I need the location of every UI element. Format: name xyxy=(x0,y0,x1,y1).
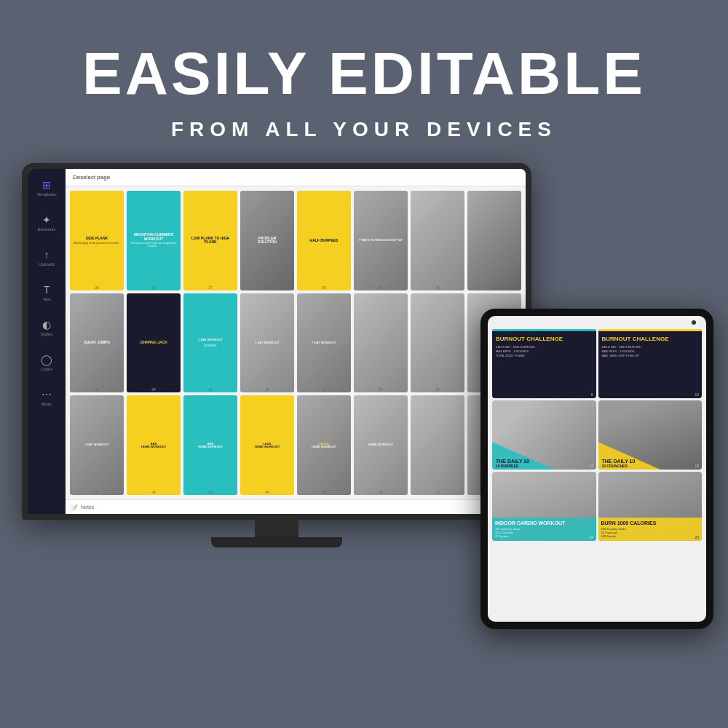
sidebar-text[interactable]: T Text xyxy=(33,280,60,306)
template-34-num: 34 xyxy=(151,387,156,392)
topbar-text: Deselect page xyxy=(73,174,110,181)
template-34[interactable]: JUMPING JACK 34 xyxy=(127,293,181,393)
template-27-title: LOW PLANK TO HIGH PLANK xyxy=(186,237,235,245)
sidebar-templates[interactable]: ⊞ Templates xyxy=(33,175,60,201)
template-46-num: 46 xyxy=(379,490,383,494)
template-39-inner xyxy=(411,301,464,385)
tablet: BURNOUT CHALLENGE EACH DAY - ONE EXERCIS… xyxy=(480,309,713,629)
tablet-thumb-9[interactable]: BURNOUT CHALLENGE EACH DAY - ONE EXERCIS… xyxy=(492,329,596,398)
sidebar-more[interactable]: ⋯ More xyxy=(33,384,60,411)
daily-subtitle-17: 10 BURPEES xyxy=(496,464,518,468)
template-33[interactable]: SQUAT JUMPS 33 xyxy=(70,293,124,393)
template-41[interactable]: 7-DAY WORKOUT 41 xyxy=(70,395,124,495)
template-47-num: 47 xyxy=(435,490,440,494)
sidebar-styles[interactable]: ◐ Styles xyxy=(33,314,60,341)
template-grid: SIDE PLANK Start by lying on the ground … xyxy=(66,186,526,499)
template-33-inner: SQUAT JUMPS xyxy=(70,301,124,385)
template-47[interactable]: 47 xyxy=(411,395,464,495)
indoor-list-20: 100 Jumping Jacks50 Push-ups100 Squats xyxy=(601,527,700,538)
template-37-inner: 7-DAY WORKOUT xyxy=(297,301,351,385)
template-26-num: 26 xyxy=(151,285,156,290)
template-41-inner: 7-DAY WORKOUT xyxy=(70,403,124,488)
template-30-inner: 7 WAYS TO REDUCE BODY FAT xyxy=(354,198,408,282)
template-45-num: 45 xyxy=(322,490,326,494)
template-25-title: SIDE PLANK xyxy=(86,237,108,241)
tablet-thumb-18[interactable]: THE DAILY 10 10 CRUNCHES 18 xyxy=(598,400,703,470)
sidebar-logos[interactable]: ◯ Logos xyxy=(33,349,60,376)
more-label: More xyxy=(41,402,52,406)
template-26[interactable]: MOUNTAIN CLIMBERS WORKOUT Round your upp… xyxy=(127,191,181,290)
template-44-inner: LEGS HOME WORKOUT xyxy=(240,403,294,488)
tablet-thumb-17[interactable]: THE DAILY 10 10 BURPEES 17 xyxy=(492,400,596,470)
template-43-title: HOME WORKOUT xyxy=(198,446,223,448)
template-46[interactable]: HOME WORKOUT 46 xyxy=(354,395,408,495)
template-31-num: 31 xyxy=(435,285,440,290)
template-29-title: HALF BURPEES xyxy=(310,239,339,243)
template-26-sub: Round your upper body into a high plank … xyxy=(129,242,178,248)
template-36[interactable]: 7-DAY WORKOUT 36 xyxy=(240,293,294,393)
tablet-thumb-10[interactable]: BURNOUT CHALLENGE EACH DAY - ONE EXERCIS… xyxy=(598,329,703,398)
template-34-inner: JUMPING JACK xyxy=(127,301,181,385)
canva-footer: 📝 Notes xyxy=(66,499,526,514)
template-32[interactable]: 32 xyxy=(467,191,521,290)
tablet-num-10: 10 xyxy=(695,392,699,397)
template-44-num: 44 xyxy=(265,490,269,494)
template-42-inner: ABS HOME WORKOUT xyxy=(127,403,181,488)
template-35[interactable]: 7-DAY WORKOUT MONDAY 35 xyxy=(183,293,237,393)
footer-text: Notes xyxy=(81,505,94,510)
template-44-title: HOME WORKOUT xyxy=(255,446,280,448)
template-32-num: 32 xyxy=(492,285,496,290)
sub-title: FROM ALL YOUR DEVICES xyxy=(82,118,646,141)
template-29-num: 29 xyxy=(322,285,326,290)
template-26-inner: MOUNTAIN CLIMBERS WORKOUT Round your upp… xyxy=(127,198,181,282)
canva-interface: ⊞ Templates ✦ Elements ↑ Uploads T xyxy=(28,169,526,514)
template-39[interactable]: 39 xyxy=(411,293,464,393)
template-38[interactable]: 38 xyxy=(354,293,408,393)
template-37-title: 7-DAY WORKOUT xyxy=(312,341,336,344)
template-26-title: MOUNTAIN CLIMBERS WORKOUT xyxy=(129,233,178,241)
daily-subtitle-18: 10 CRUNCHES xyxy=(602,464,628,468)
indoor-overlay-19: INDOOR CARDIO WORKOUT 100 Jumping Jacks1… xyxy=(492,518,596,541)
burnout-title-10: BURNOUT CHALLENGE xyxy=(602,336,669,343)
template-29[interactable]: HALF BURPEES 29 xyxy=(297,191,351,290)
template-25[interactable]: SIDE PLANK Start by lying on the ground … xyxy=(70,191,124,290)
template-36-inner: 7-DAY WORKOUT xyxy=(240,301,294,385)
template-28[interactable]: PROBLEM SOLUTION 28 xyxy=(240,191,294,290)
template-45[interactable]: CARDIO HOME WORKOUT 45 xyxy=(297,395,351,495)
template-35-title: 7-DAY WORKOUT xyxy=(198,339,223,341)
tablet-grid: BURNOUT CHALLENGE EACH DAY - ONE EXERCIS… xyxy=(488,316,706,545)
indoor-title-20: BURN 1000 CALORIES xyxy=(601,521,700,526)
template-31[interactable]: 31 xyxy=(411,191,464,290)
template-32-inner xyxy=(467,198,521,282)
burnout-body-9: EACH DAY - ONE EXERCISE -MAX REPS - 3 RO… xyxy=(496,345,537,358)
template-30[interactable]: 7 WAYS TO REDUCE BODY FAT 30 xyxy=(354,191,408,290)
template-45-title: HOME WORKOUT xyxy=(312,446,336,448)
template-44[interactable]: LEGS HOME WORKOUT 44 xyxy=(240,395,294,495)
daily-title-17: THE DAILY 10 xyxy=(496,459,529,464)
template-42[interactable]: ABS HOME WORKOUT 42 xyxy=(127,395,181,495)
burnout-body-10: EACH DAY - ONE EXERCISE -MAX REPS - 3 RO… xyxy=(602,345,643,358)
template-30-title: 7 WAYS TO REDUCE BODY FAT xyxy=(359,239,403,242)
monitor: ⊞ Templates ✦ Elements ↑ Uploads T xyxy=(22,163,531,585)
daily-title-18: THE DAILY 10 xyxy=(602,459,636,464)
monitor-neck xyxy=(255,520,298,537)
sidebar-uploads[interactable]: ↑ Uploads xyxy=(33,245,60,271)
tablet-thumb-20[interactable]: BURN 1000 CALORIES 100 Jumping Jacks50 P… xyxy=(598,472,703,541)
logos-icon: ◯ xyxy=(41,354,52,365)
sidebar-elements[interactable]: ✦ Elements xyxy=(33,210,60,236)
template-37[interactable]: 7-DAY WORKOUT 37 xyxy=(297,293,351,393)
template-25-num: 25 xyxy=(95,285,99,290)
template-36-num: 36 xyxy=(265,387,269,392)
tablet-thumb-19[interactable]: INDOOR CARDIO WORKOUT 100 Jumping Jacks1… xyxy=(492,472,596,541)
template-35-num: 35 xyxy=(208,387,213,392)
template-42-num: 42 xyxy=(151,490,156,494)
monitor-base xyxy=(211,537,342,547)
logos-label: Logos xyxy=(41,367,52,371)
template-29-inner: HALF BURPEES xyxy=(297,198,351,282)
template-35-day: MONDAY xyxy=(204,344,216,347)
template-43[interactable]: ABS HOME WORKOUT 43 xyxy=(183,395,237,495)
template-41-num: 41 xyxy=(95,490,99,494)
accent-bar-10 xyxy=(598,329,703,331)
template-27[interactable]: LOW PLANK TO HIGH PLANK 27 xyxy=(183,191,237,290)
template-37-num: 37 xyxy=(322,387,326,392)
